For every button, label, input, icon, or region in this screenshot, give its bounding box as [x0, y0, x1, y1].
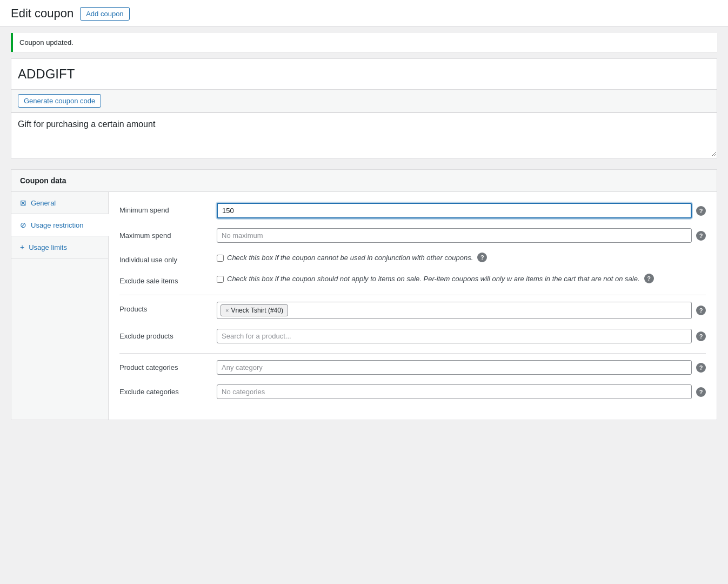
tab-usage-limits-label: Usage limits — [29, 243, 67, 251]
individual-use-checkbox[interactable] — [217, 255, 224, 262]
generate-btn-wrapper: Generate coupon code — [11, 90, 717, 112]
product-tag-remove-icon[interactable]: × — [225, 307, 229, 314]
coupon-tabs: ⊠ General ⊘ Usage restriction + Usage li… — [11, 192, 109, 420]
page-title: Edit coupon — [11, 6, 74, 21]
tab-usage-restriction-label: Usage restriction — [31, 221, 84, 229]
generate-coupon-code-button[interactable]: Generate coupon code — [18, 94, 101, 108]
coupon-data-body: ⊠ General ⊘ Usage restriction + Usage li… — [11, 192, 717, 420]
product-categories-control: ? — [217, 360, 706, 375]
individual-use-row: Individual use only Check this box if th… — [119, 253, 706, 264]
exclude-categories-label: Exclude categories — [119, 384, 217, 396]
product-categories-label: Product categories — [119, 360, 217, 371]
exclude-sale-row: Exclude sale items Check this box if the… — [119, 274, 706, 285]
exclude-sale-checkbox[interactable] — [217, 276, 224, 283]
minimum-spend-input[interactable] — [217, 203, 692, 218]
coupon-data-title: Coupon data — [11, 170, 717, 192]
products-input-wrapper[interactable]: × Vneck Tshirt (#40) — [217, 302, 692, 319]
products-label: Products — [119, 302, 217, 313]
exclude-sale-help-icon[interactable]: ? — [644, 274, 654, 283]
exclude-products-row: Exclude products ? — [119, 329, 706, 343]
notice-text: Coupon updated. — [19, 38, 74, 47]
page-header: Edit coupon Add coupon — [0, 0, 728, 26]
exclude-products-help-icon[interactable]: ? — [696, 331, 706, 341]
individual-use-checkbox-text: Check this box if the coupon cannot be u… — [227, 254, 473, 262]
usage-restriction-content: Minimum spend ? Maximum spend ? — [109, 192, 717, 420]
product-categories-help-icon[interactable]: ? — [696, 363, 706, 373]
individual-use-label: Individual use only — [119, 253, 217, 264]
divider-2 — [119, 353, 706, 354]
maximum-spend-label: Maximum spend — [119, 228, 217, 240]
limits-icon: + — [20, 243, 24, 251]
tab-general[interactable]: ⊠ General — [11, 192, 108, 214]
maximum-spend-row: Maximum spend ? — [119, 228, 706, 243]
exclude-sale-control: Check this box if the coupon should not … — [217, 274, 706, 283]
exclude-products-control: ? — [217, 329, 706, 343]
page-wrapper: Edit coupon Add coupon Coupon updated. G… — [0, 0, 728, 584]
divider-1 — [119, 295, 706, 295]
exclude-products-input[interactable] — [217, 329, 692, 343]
product-tag-vneck[interactable]: × Vneck Tshirt (#40) — [221, 304, 288, 316]
exclude-categories-control: ? — [217, 384, 706, 399]
product-categories-input[interactable] — [217, 360, 692, 375]
exclude-sale-label: Exclude sale items — [119, 274, 217, 285]
exclude-categories-help-icon[interactable]: ? — [696, 387, 706, 397]
product-tag-label: Vneck Tshirt (#40) — [231, 307, 283, 314]
products-control: × Vneck Tshirt (#40) ? — [217, 302, 706, 319]
maximum-spend-help-icon[interactable]: ? — [696, 231, 706, 241]
restriction-icon: ⊘ — [20, 221, 26, 229]
minimum-spend-help-icon[interactable]: ? — [696, 206, 706, 216]
tab-general-label: General — [31, 199, 56, 207]
description-section — [11, 113, 717, 158]
description-input[interactable] — [11, 113, 717, 156]
minimum-spend-label: Minimum spend — [119, 203, 217, 214]
exclude-sale-checkbox-label: Check this box if the coupon should not … — [217, 275, 640, 283]
tab-usage-restriction[interactable]: ⊘ Usage restriction — [11, 214, 109, 236]
add-coupon-button[interactable]: Add coupon — [80, 7, 129, 21]
exclude-categories-input[interactable] — [217, 384, 692, 399]
exclude-categories-row: Exclude categories ? — [119, 384, 706, 399]
individual-use-help-icon[interactable]: ? — [477, 253, 487, 262]
maximum-spend-control: ? — [217, 228, 706, 243]
notice-bar: Coupon updated. — [11, 33, 717, 52]
exclude-sale-checkbox-text: Check this box if the coupon should not … — [227, 275, 640, 283]
exclude-products-label: Exclude products — [119, 329, 217, 340]
coupon-code-input-wrapper — [11, 59, 717, 90]
products-help-icon[interactable]: ? — [696, 306, 706, 315]
general-icon: ⊠ — [20, 198, 26, 207]
products-row: Products × Vneck Tshirt (#40) ? — [119, 302, 706, 319]
individual-use-checkbox-label: Check this box if the coupon cannot be u… — [217, 254, 473, 262]
coupon-code-section: Generate coupon code — [11, 58, 717, 113]
minimum-spend-control: ? — [217, 203, 706, 218]
product-categories-row: Product categories ? — [119, 360, 706, 375]
maximum-spend-input[interactable] — [217, 228, 692, 243]
minimum-spend-row: Minimum spend ? — [119, 203, 706, 218]
coupon-code-input[interactable] — [18, 64, 710, 84]
coupon-data-section: Coupon data ⊠ General ⊘ Usage restrictio… — [11, 169, 717, 420]
tab-usage-limits[interactable]: + Usage limits — [11, 236, 108, 258]
individual-use-control: Check this box if the coupon cannot be u… — [217, 253, 706, 262]
